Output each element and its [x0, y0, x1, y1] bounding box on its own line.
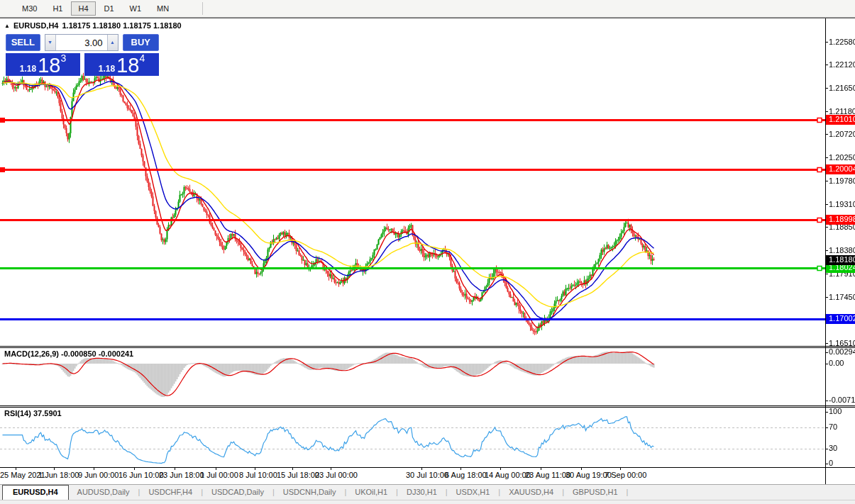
rsi-indicator-canvas[interactable]: [0, 408, 855, 467]
time-axis-label: 30 Jul 10:00: [406, 471, 448, 479]
chart-tabs-bar: EURUSD,H4AUDUSD,Daily|USDCHF,H4|USDCAD,D…: [0, 485, 855, 500]
tab-xauusd-h4[interactable]: XAUUSD,H4: [500, 485, 562, 500]
buy-button[interactable]: BUY: [123, 34, 159, 51]
timeframe-button-m30[interactable]: M30: [15, 1, 44, 16]
buy-price-panel[interactable]: 1.18 18 4: [84, 53, 159, 76]
time-axis-tick: [292, 468, 293, 470]
tab-separator: |: [627, 485, 629, 500]
volume-stepper: ▼ ▲: [45, 34, 118, 51]
time-axis-tick: [500, 468, 501, 470]
time-axis[interactable]: 25 May 20211 Jun 18:009 Jun 00:0016 Jun …: [0, 468, 825, 484]
time-axis-label: 9 Jun 00:00: [78, 471, 119, 479]
pane-divider[interactable]: [0, 407, 855, 408]
pane-divider[interactable]: [0, 347, 855, 348]
one-click-trading-widget: SELL ▼ ▲ BUY 1.18 18 3 1.18 18 4: [6, 33, 159, 76]
timeframe-button-d1[interactable]: D1: [97, 1, 121, 16]
time-axis-label: 23 Jun 18:00: [159, 471, 204, 479]
time-axis-label: 7 Sep 00:00: [605, 471, 646, 479]
time-axis-label: 6 Aug 18:00: [445, 471, 487, 479]
time-axis-label: 23 Aug 11:00: [525, 471, 570, 479]
symbol-ohlc-header: ▲ EURUSD,H4 1.18175 1.18180 1.18175 1.18…: [4, 21, 182, 30]
time-axis-tick: [255, 468, 255, 470]
time-axis-tick: [421, 468, 422, 470]
buy-price-sup: 4: [139, 53, 145, 63]
macd-label: MACD(12,26,9) -0.000850 -0.000241: [4, 349, 133, 358]
time-axis-label: 14 Aug 00:00: [485, 471, 531, 479]
timeframe-button-mn[interactable]: MN: [150, 1, 176, 16]
time-axis-tick: [581, 468, 582, 470]
macd-name: MACD(12,26,9): [4, 349, 59, 358]
tab-audusd-daily[interactable]: AUDUSD,Daily: [69, 485, 138, 500]
time-axis-tick: [94, 468, 94, 470]
timeframe-toolbar: M30H1H4D1W1MN: [0, 0, 855, 18]
buy-price-prefix: 1.18: [99, 64, 115, 74]
tab-dj30-h1[interactable]: DJ30,H1: [398, 485, 446, 500]
status-bar: [0, 500, 855, 504]
pane-divider[interactable]: [0, 346, 855, 347]
symbol-name: EURUSD,H4: [13, 21, 59, 30]
tab-usdchf-h4[interactable]: USDCHF,H4: [140, 485, 201, 500]
timeframe-button-h1[interactable]: H1: [45, 1, 70, 16]
time-axis-tick: [216, 468, 216, 470]
time-axis-tick: [54, 468, 55, 470]
tab-usdcad-daily[interactable]: USDCAD,Daily: [203, 485, 272, 500]
sell-price-panel[interactable]: 1.18 18 3: [6, 53, 80, 76]
tab-ukoil-h1[interactable]: UKOil,H1: [346, 485, 396, 500]
volume-input[interactable]: [56, 35, 107, 50]
rsi-value: 37.5901: [33, 409, 62, 418]
time-axis-tick: [175, 468, 175, 470]
tab-gbpusd-h1[interactable]: GBPUSD,H1: [564, 485, 627, 500]
time-axis-tick: [16, 468, 16, 470]
sell-price-prefix: 1.18: [20, 64, 36, 74]
sell-price-big: 18: [38, 56, 60, 75]
time-axis-label: 15 Jul 18:00: [277, 471, 319, 479]
time-axis-tick: [541, 468, 541, 470]
rsi-label: RSI(14) 37.5901: [4, 409, 62, 418]
time-axis-tick: [460, 468, 461, 470]
terminal-window: M30H1H4D1W1MN ▲ EURUSD,H4 1.18175 1.1818…: [0, 0, 855, 504]
timeframe-button-w1[interactable]: W1: [123, 1, 149, 16]
tab-usdcnh-daily[interactable]: USDCNH,Daily: [275, 485, 345, 500]
time-axis-label: 8 Jul 10:00: [239, 471, 277, 479]
buy-price-big: 18: [116, 56, 139, 75]
pane-divider[interactable]: [0, 405, 855, 406]
price-axis-line: [825, 18, 826, 484]
time-axis-tick: [620, 468, 621, 470]
volume-decrease-arrow-icon[interactable]: ▼: [45, 35, 56, 50]
time-axis-label: 1 Jul 00:00: [200, 471, 238, 479]
ohlc-values: 1.18175 1.18180 1.18175 1.18180: [62, 21, 182, 30]
volume-increase-arrow-icon[interactable]: ▲: [107, 35, 118, 50]
tab-usdx-h1[interactable]: USDX,H1: [448, 485, 499, 500]
time-axis-label: 16 Jun 10:00: [118, 471, 164, 479]
time-axis-label: 1 Jun 18:00: [38, 471, 79, 479]
collapse-triangle-icon[interactable]: ▲: [4, 23, 10, 29]
sell-button[interactable]: SELL: [6, 34, 40, 51]
time-axis-label: 23 Jul 00:00: [315, 471, 358, 479]
rsi-name: RSI(14): [4, 409, 31, 418]
sell-price-sup: 3: [60, 53, 66, 63]
timeframe-button-h4[interactable]: H4: [71, 1, 95, 16]
time-axis-tick: [134, 468, 135, 470]
toolbar-separator: [202, 2, 203, 15]
macd-values: -0.000850 -0.000241: [61, 349, 133, 358]
time-axis-tick: [331, 468, 331, 470]
chart-window: ▲ EURUSD,H4 1.18175 1.18180 1.18175 1.18…: [0, 18, 855, 484]
tab-eurusd-h4[interactable]: EURUSD,H4: [2, 485, 69, 500]
